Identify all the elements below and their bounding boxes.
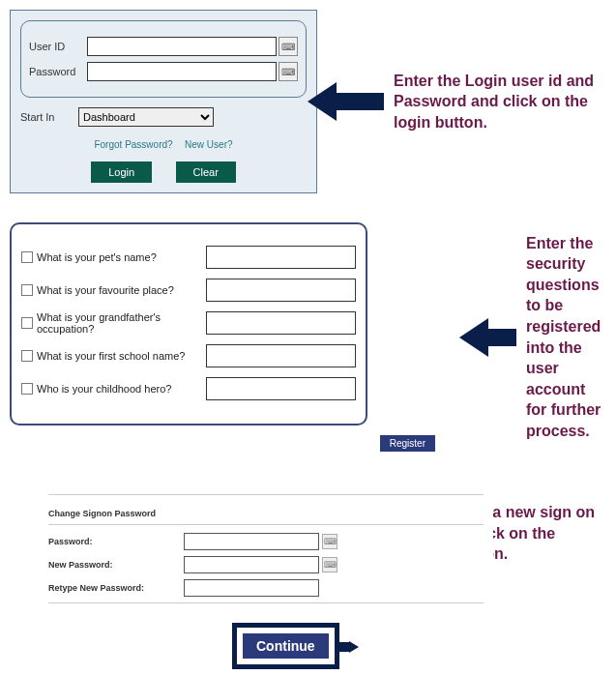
arrow-left-icon bbox=[459, 318, 516, 357]
cp-new-password-label: New Password: bbox=[48, 560, 184, 570]
login-button[interactable]: Login bbox=[91, 161, 152, 183]
new-user-link[interactable]: New User? bbox=[185, 139, 232, 150]
login-credentials-box: User ID ⌨ Password ⌨ bbox=[20, 20, 307, 98]
login-caption: Enter the Login user id and Password and… bbox=[394, 71, 606, 133]
security-checkbox[interactable] bbox=[21, 383, 33, 395]
security-checkbox[interactable] bbox=[21, 251, 33, 263]
security-answer-input[interactable] bbox=[206, 344, 356, 367]
clear-button[interactable]: Clear bbox=[176, 161, 236, 183]
security-question-label: Who is your childhood hero? bbox=[37, 383, 206, 395]
cp-retype-label: Retype New Password: bbox=[48, 583, 184, 593]
cp-password-input[interactable] bbox=[184, 533, 319, 550]
security-question-label: What is your grandfather's occupation? bbox=[37, 311, 206, 335]
continue-highlight-box: Continue bbox=[232, 623, 339, 669]
login-panel: User ID ⌨ Password ⌨ Start In Dashboard … bbox=[10, 10, 317, 193]
security-answer-input[interactable] bbox=[206, 377, 356, 400]
user-id-input[interactable] bbox=[87, 37, 277, 56]
security-question-label: What is your first school name? bbox=[37, 350, 206, 362]
security-checkbox[interactable] bbox=[21, 317, 33, 329]
security-questions-panel: What is your pet's name? What is your fa… bbox=[10, 222, 367, 426]
arrow-left-icon bbox=[308, 82, 384, 121]
user-id-label: User ID bbox=[29, 41, 87, 52]
keyboard-icon[interactable]: ⌨ bbox=[279, 62, 298, 81]
change-password-panel: Change Signon Password Password: ⌨ New P… bbox=[39, 481, 493, 675]
keyboard-icon[interactable]: ⌨ bbox=[322, 534, 337, 549]
forgot-password-link[interactable]: Forgot Password? bbox=[94, 139, 172, 150]
security-checkbox[interactable] bbox=[21, 350, 33, 362]
security-question-label: What is your favourite place? bbox=[37, 284, 206, 296]
register-button[interactable]: Register bbox=[380, 435, 435, 452]
security-question-label: What is your pet's name? bbox=[37, 251, 206, 263]
keyboard-icon[interactable]: ⌨ bbox=[279, 37, 298, 56]
password-input[interactable] bbox=[87, 62, 277, 81]
security-answer-input[interactable] bbox=[206, 246, 356, 269]
start-in-select[interactable]: Dashboard bbox=[78, 107, 214, 127]
cp-retype-input[interactable] bbox=[184, 579, 319, 597]
keyboard-icon[interactable]: ⌨ bbox=[322, 557, 337, 572]
security-answer-input[interactable] bbox=[206, 279, 356, 302]
pointer-icon bbox=[349, 641, 359, 653]
security-caption: Enter the security questions to be regis… bbox=[526, 233, 606, 442]
start-in-label: Start In bbox=[20, 111, 78, 123]
continue-button[interactable]: Continue bbox=[243, 633, 329, 659]
cp-new-password-input[interactable] bbox=[184, 556, 319, 573]
cp-password-label: Password: bbox=[48, 537, 184, 546]
security-checkbox[interactable] bbox=[21, 284, 33, 296]
security-answer-input[interactable] bbox=[206, 311, 356, 335]
change-password-title: Change Signon Password bbox=[48, 509, 156, 518]
password-label: Password bbox=[29, 66, 87, 77]
